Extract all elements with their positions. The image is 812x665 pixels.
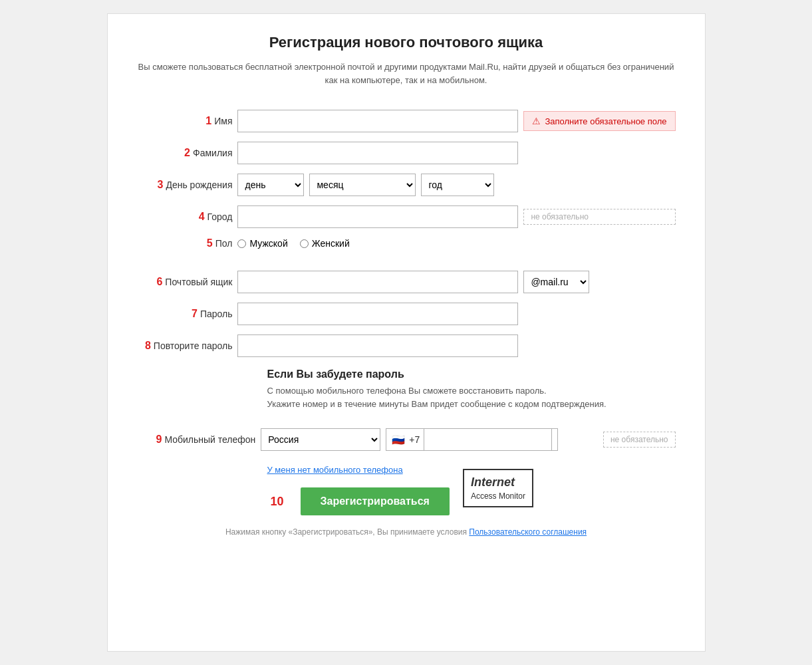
gender-female-option[interactable]: Женский — [300, 238, 350, 249]
page-title: Регистрация нового почтового ящика — [134, 34, 678, 51]
last-name-input[interactable] — [237, 142, 518, 164]
forgot-password-title: Если Вы забудете пароль — [267, 368, 678, 380]
phone-prefix: +7 — [409, 434, 420, 445]
confirm-password-input[interactable] — [237, 334, 518, 357]
field9-optional: не обязательно — [601, 424, 678, 456]
domain-select[interactable]: @mail.ru @inbox.ru @list.ru @bk.ru — [523, 271, 589, 293]
field2-input-cell — [235, 137, 521, 169]
mailbox-input[interactable] — [237, 271, 518, 293]
field5-label: 5Пол — [134, 233, 235, 254]
field3-label: 3День рождения — [134, 169, 235, 201]
footer-link[interactable]: Пользовательского соглашения — [469, 527, 587, 537]
gender-male-radio[interactable] — [237, 239, 246, 248]
forgot-password-desc: С помощью мобильного телефона Вы сможете… — [267, 384, 678, 410]
footer-text: Нажимая кнопку «Зарегистрироваться», Вы … — [134, 527, 678, 537]
password-input[interactable] — [237, 303, 518, 325]
field7-input-cell — [235, 298, 521, 330]
field4-optional: не обязательно — [521, 201, 678, 233]
city-input[interactable] — [237, 205, 518, 228]
birthday-day-select[interactable]: день — [237, 174, 304, 196]
field5-input-cell: Мужской Женский — [235, 233, 521, 254]
gender-male-option[interactable]: Мужской — [237, 238, 287, 249]
field1-input-cell — [235, 105, 521, 137]
field1-label: 1Имя — [134, 105, 235, 137]
error-triangle-icon: ⚠ — [532, 116, 541, 126]
step10-number: 10 — [267, 495, 287, 509]
phone-input-wrapper: 🇷🇺 +7 — [386, 428, 558, 451]
birthday-year-select[interactable]: год — [421, 174, 494, 196]
field4-label: 4Город — [134, 201, 235, 233]
no-phone-link[interactable]: У меня нет мобильного телефона — [267, 465, 403, 475]
field9-label: 9Мобильный телефон — [134, 424, 259, 456]
country-select[interactable]: Россия — [261, 428, 380, 451]
gender-female-radio[interactable] — [300, 239, 309, 248]
field4-input-cell — [235, 201, 521, 233]
field3-input-cell: день месяц год — [235, 169, 521, 201]
birthday-month-select[interactable]: месяц — [309, 174, 416, 196]
field8-label: 8Повторите пароль — [134, 330, 235, 362]
field9-input-cell: Россия 🇷🇺 +7 — [258, 424, 601, 456]
register-button[interactable]: Зарегистрироваться — [301, 487, 450, 515]
phone-number-input[interactable] — [424, 428, 552, 451]
internet-monitor-badge: Internet Access Monitor — [463, 469, 533, 507]
field6-input-cell: @mail.ru @inbox.ru @list.ru @bk.ru — [235, 266, 521, 298]
field7-label: 7Пароль — [134, 298, 235, 330]
field1-error: ⚠ Заполните обязательное поле — [521, 105, 678, 137]
first-name-input[interactable] — [237, 110, 518, 132]
page-subtitle: Вы сможете пользоваться бесплатной элект… — [134, 61, 678, 86]
field8-input-cell — [235, 330, 521, 362]
field2-label: 2Фамилия — [134, 137, 235, 169]
field6-label: 6Почтовый ящик — [134, 266, 235, 298]
flag-icon: 🇷🇺 — [392, 434, 405, 446]
